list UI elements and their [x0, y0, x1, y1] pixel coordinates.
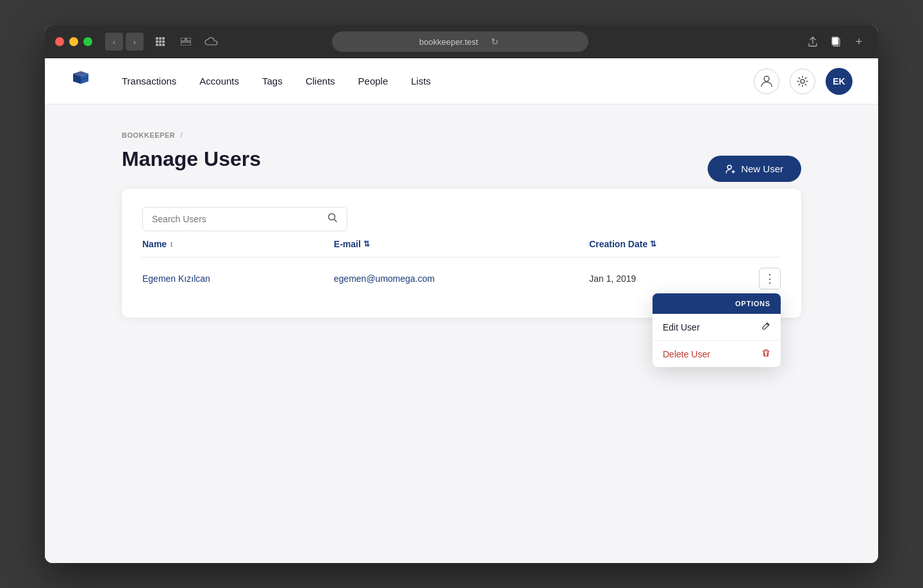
column-actions — [749, 231, 781, 257]
search-input[interactable] — [152, 214, 328, 224]
app-content: Transactions Accounts Tags Clients Peopl… — [45, 58, 878, 563]
minimize-button[interactable] — [69, 37, 78, 46]
page-title: Manage Users — [122, 147, 801, 171]
browser-titlebar: ‹ › — [45, 25, 878, 58]
browser-window: ‹ › — [45, 25, 878, 563]
forward-button[interactable]: › — [126, 33, 144, 51]
logo-icon — [71, 69, 91, 94]
users-card: New User — [122, 189, 801, 318]
sort-name-icon: ↕ — [169, 240, 173, 249]
nav-accounts[interactable]: Accounts — [199, 76, 239, 86]
svg-point-16 — [728, 165, 731, 169]
svg-rect-2 — [162, 37, 165, 40]
dropdown-wrapper: ⋮ OPTIONS Edit User — [759, 268, 781, 290]
settings-button[interactable] — [790, 69, 815, 94]
svg-rect-6 — [156, 44, 158, 46]
cloud-icon[interactable] — [203, 33, 220, 51]
navbar-right: EK — [754, 68, 852, 95]
reload-button[interactable]: ↻ — [488, 35, 501, 48]
svg-rect-1 — [159, 37, 162, 40]
maximize-button[interactable] — [83, 37, 92, 46]
copy-icon[interactable] — [827, 33, 845, 51]
options-dropdown: OPTIONS Edit User — [653, 293, 781, 367]
search-icon[interactable] — [328, 213, 338, 225]
nav-clients[interactable]: Clients — [306, 76, 335, 86]
cell-name: Egemen Kızılcan — [142, 257, 334, 300]
svg-rect-3 — [156, 40, 158, 43]
view-icon[interactable] — [177, 33, 195, 51]
breadcrumb-separator: / — [180, 130, 183, 140]
sort-email-icon: ⇅ — [363, 240, 370, 249]
table-row: Egemen Kızılcan egemen@umomega.com Jan 1… — [142, 257, 781, 300]
more-options-button[interactable]: ⋮ — [759, 268, 781, 290]
col-name-label: Name — [142, 239, 167, 249]
navbar-menu: Transactions Accounts Tags Clients Peopl… — [122, 76, 754, 86]
cell-email: egemen@umomega.com — [334, 257, 589, 300]
close-button[interactable] — [55, 37, 64, 46]
search-bar — [142, 207, 347, 231]
svg-point-14 — [764, 76, 769, 81]
nav-people[interactable]: People — [358, 76, 388, 86]
trash-icon — [761, 348, 770, 359]
page-content: BOOKKEEPER / Manage Users New User — [45, 104, 878, 343]
table-header: Name ↕ E-mail ⇅ — [142, 231, 781, 257]
edit-icon — [761, 322, 770, 332]
logo[interactable] — [71, 69, 91, 94]
svg-rect-0 — [156, 37, 158, 40]
edit-user-label: Edit User — [663, 322, 700, 332]
svg-rect-9 — [181, 38, 185, 41]
avatar-button[interactable]: EK — [826, 68, 852, 95]
apps-icon[interactable] — [151, 33, 169, 51]
users-table: Name ↕ E-mail ⇅ — [142, 231, 781, 300]
svg-rect-8 — [162, 44, 165, 46]
svg-rect-5 — [162, 40, 165, 43]
svg-rect-7 — [159, 44, 162, 46]
url-display: bookkeeper.test — [419, 37, 478, 47]
back-button[interactable]: ‹ — [105, 33, 123, 51]
table-body: Egemen Kızılcan egemen@umomega.com Jan 1… — [142, 257, 781, 300]
sort-date-icon: ⇅ — [650, 240, 656, 249]
column-date[interactable]: Creation Date ⇅ — [589, 231, 749, 257]
svg-rect-13 — [832, 37, 838, 45]
user-profile-button[interactable] — [754, 69, 779, 94]
nav-tags[interactable]: Tags — [262, 76, 283, 86]
new-user-label: New User — [741, 163, 783, 174]
navbar: Transactions Accounts Tags Clients Peopl… — [45, 58, 878, 104]
breadcrumb: BOOKKEEPER / — [122, 130, 801, 140]
share-icon[interactable] — [804, 33, 822, 51]
cell-actions: ⋮ OPTIONS Edit User — [749, 257, 781, 300]
edit-user-item[interactable]: Edit User — [653, 314, 781, 341]
svg-rect-10 — [187, 38, 191, 41]
delete-user-item[interactable]: Delete User — [653, 341, 781, 367]
column-name[interactable]: Name ↕ — [142, 231, 334, 257]
dropdown-header: OPTIONS — [653, 293, 781, 314]
nav-lists[interactable]: Lists — [411, 76, 431, 86]
svg-rect-4 — [159, 40, 162, 43]
browser-action-buttons: + — [804, 33, 868, 51]
browser-navigation: ‹ › — [105, 33, 144, 51]
column-email[interactable]: E-mail ⇅ — [334, 231, 589, 257]
delete-user-label: Delete User — [663, 349, 710, 359]
svg-rect-11 — [181, 42, 191, 45]
window-controls — [55, 37, 92, 46]
svg-point-15 — [801, 79, 804, 83]
add-tab-button[interactable]: + — [850, 33, 868, 51]
new-user-button[interactable]: New User — [708, 156, 801, 182]
col-date-label: Creation Date — [589, 239, 647, 249]
nav-transactions[interactable]: Transactions — [122, 76, 176, 86]
col-email-label: E-mail — [334, 239, 361, 249]
breadcrumb-root: BOOKKEEPER — [122, 131, 175, 139]
address-bar[interactable]: bookkeeper.test ↻ — [332, 31, 588, 52]
avatar-initials: EK — [833, 76, 845, 86]
